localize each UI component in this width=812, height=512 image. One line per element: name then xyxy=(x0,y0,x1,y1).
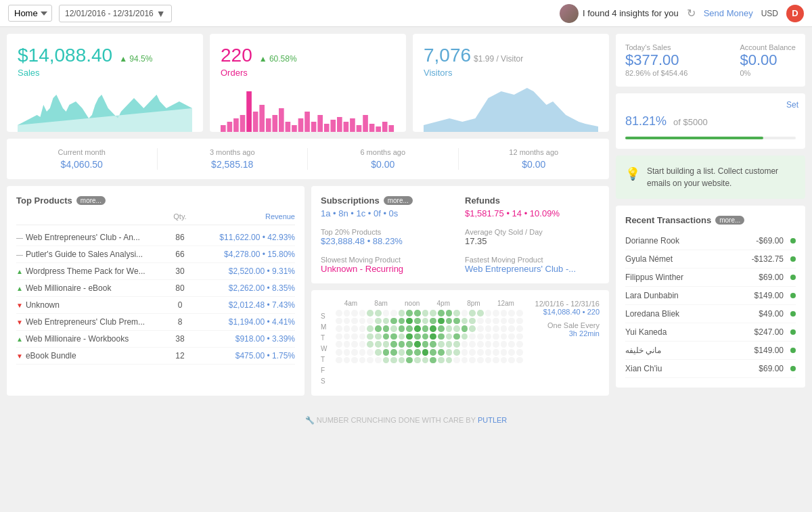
date-arrow-btn[interactable]: ▼ xyxy=(156,8,166,19)
transactions-more-btn[interactable]: more... xyxy=(715,216,744,225)
txn-name: ماني خليفه xyxy=(625,346,661,355)
heatmap-cell xyxy=(359,310,366,317)
svg-rect-17 xyxy=(330,120,336,132)
products-col-name xyxy=(16,212,160,220)
fastest-value: Web Entrepreneurs' Club -... xyxy=(465,264,600,274)
subscriptions-more-btn[interactable]: more... xyxy=(384,196,413,205)
products-title: Top Products more... xyxy=(16,195,295,206)
orders-value: 220 xyxy=(221,45,252,66)
heatmap-cell xyxy=(414,349,421,356)
user-badge[interactable]: D xyxy=(786,5,804,22)
heatmap-cell xyxy=(508,349,515,356)
heatmap-cell xyxy=(461,341,468,348)
visitors-card: 7,076 $1.99 / Visitor Visitors xyxy=(413,34,609,132)
footer-icon: 🔧 xyxy=(305,416,315,424)
heatmap-cell xyxy=(438,357,445,364)
trend-icon: ▼ xyxy=(16,319,23,326)
product-revenue: $1,194.00 • 4.41% xyxy=(200,317,295,327)
heatmap-cell xyxy=(406,333,413,340)
heatmap-cell xyxy=(430,325,436,332)
products-more-btn[interactable]: more... xyxy=(76,196,106,205)
avgqty-block: Average Qty Sold / Day 17.35 xyxy=(465,228,600,246)
heatmap-cell xyxy=(477,357,484,364)
heatmap-cell xyxy=(493,349,499,356)
refunds-block: Refunds $1,581.75 • 14 • 10.09% xyxy=(465,195,600,218)
txn-right: $69.00 xyxy=(759,273,796,282)
txn-name: Filippus Winther xyxy=(625,273,683,282)
left-column: $14,088.40 ▲ 94.5% Sales 220 ▲ 60.58% Or xyxy=(7,34,609,396)
heatmap-cell xyxy=(399,318,405,325)
home-select[interactable]: Home xyxy=(8,5,52,22)
heatmap-cell xyxy=(430,357,436,364)
product-name: ▲ Web Millionaire - Workbooks xyxy=(16,334,160,344)
heatmap-cell xyxy=(351,333,358,340)
heatmap-cell xyxy=(344,341,351,348)
heatmap-cell xyxy=(501,325,508,332)
insights-btn[interactable]: I found 4 insights for you xyxy=(560,4,679,23)
refresh-icon[interactable]: ↻ xyxy=(687,7,696,20)
right-column: Today's Sales $377.00 82.96% of $454.46 … xyxy=(616,34,805,396)
products-col-qty: Qty. xyxy=(160,212,200,220)
svg-rect-2 xyxy=(233,118,239,132)
heatmap-cell xyxy=(430,341,436,348)
heatmap-cell xyxy=(446,349,453,356)
heatmap-cell xyxy=(390,357,397,364)
send-money-button[interactable]: Send Money xyxy=(704,8,753,18)
heatmap-cell xyxy=(375,325,382,332)
heatmap-cell xyxy=(414,357,421,364)
heatmap-cell xyxy=(367,357,374,364)
goal-set-btn[interactable]: Set xyxy=(786,100,798,110)
comp-3mo-label: 3 months ago xyxy=(158,148,308,156)
heatmap-cell xyxy=(446,333,453,340)
heatmap-card: S M T W T F S 4am8amnoon4pm8pm12am xyxy=(311,290,609,396)
account-balance-label: Account Balance xyxy=(740,43,796,51)
heatmap-cell xyxy=(351,318,358,325)
product-name: ▼ Web Entrepreneurs' Club Prem... xyxy=(16,317,160,327)
heatmap-cell xyxy=(375,310,382,317)
product-name: — Web Entrepreneurs' Club - An... xyxy=(16,233,160,242)
heatmap-cell xyxy=(438,349,445,356)
txn-amount: $149.00 xyxy=(754,346,784,355)
svg-rect-25 xyxy=(382,122,388,132)
bottom-row: Top Products more... Qty. Revenue — Web … xyxy=(7,186,609,396)
heatmap-cell xyxy=(336,357,342,364)
product-revenue: $4,278.00 • 15.80% xyxy=(200,250,295,259)
heatmap-cell xyxy=(446,325,453,332)
products-list: — Web Entrepreneurs' Club - An... 86 $11… xyxy=(16,229,295,365)
heatmap-cell xyxy=(406,357,413,364)
heatmap-cell xyxy=(390,349,397,356)
heatmap-cell xyxy=(485,318,492,325)
txn-right: $149.00 xyxy=(754,291,796,300)
heatmap-cell xyxy=(375,357,382,364)
txn-status-dot xyxy=(790,293,796,298)
product-qty: 0 xyxy=(160,300,200,310)
heatmap-cell xyxy=(383,341,390,348)
heatmap-cell xyxy=(469,349,476,356)
product-row: ▲ Wordpress Theme Pack for We... 30 $2,5… xyxy=(16,263,295,280)
date-picker[interactable]: 12/01/2016 - 12/31/2016 ▼ xyxy=(59,5,172,22)
sales-value: $14,088.40 xyxy=(18,45,112,66)
txn-right: $247.00 xyxy=(754,327,796,337)
product-qty: 12 xyxy=(160,351,200,360)
heatmap-cell xyxy=(406,349,413,356)
txn-amount: $49.00 xyxy=(759,309,784,319)
heatmap-cell xyxy=(406,310,413,317)
heatmap-cell xyxy=(469,325,476,332)
transaction-row: Lara Dunbabin $149.00 xyxy=(625,287,796,305)
heatmap-cell xyxy=(399,357,405,364)
heatmap-cell xyxy=(422,357,429,364)
txn-status-dot xyxy=(790,275,796,280)
goal-card: Set 81.21% of $5000 xyxy=(616,93,805,149)
heatmap-cell xyxy=(367,349,374,356)
heatmap-cell xyxy=(453,310,460,317)
svg-rect-6 xyxy=(259,105,265,132)
heatmap-cell xyxy=(383,357,390,364)
heatmap-cell xyxy=(508,341,515,348)
txn-status-dot xyxy=(790,311,796,317)
heatmap-cell xyxy=(344,349,351,356)
heatmap-cell xyxy=(336,333,342,340)
svg-rect-5 xyxy=(253,112,258,132)
goal-percent-display: 81.21% of $5000 xyxy=(625,103,796,131)
transaction-row: ماني خليفه $149.00 xyxy=(625,342,796,360)
heatmap-cell xyxy=(493,341,499,348)
